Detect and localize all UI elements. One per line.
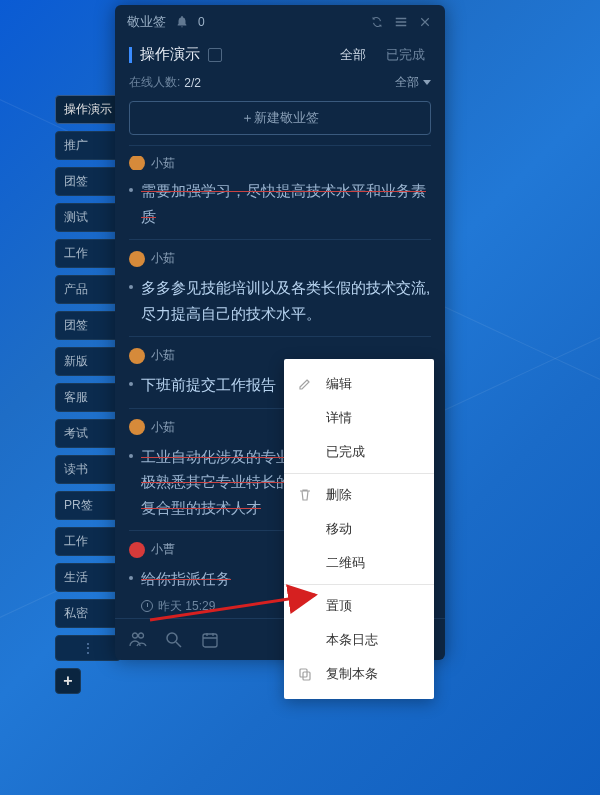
accent-bar — [129, 47, 132, 63]
category-tags: 操作演示 推广 团签 测试 工作 产品 团签 新版 客服 考试 读书 PR签 工… — [55, 95, 121, 694]
note-item[interactable]: 小茹 多多参见技能培训以及各类长假的技术交流, 尽力提高自己的技术水平。 — [129, 240, 431, 337]
menu-icon[interactable] — [393, 14, 409, 30]
context-menu: 编辑 详情 已完成 删除 移动 二维码 置顶 本条日志 复制本条 — [284, 359, 434, 699]
note-item[interactable]: 小茹 需要加强学习，尽快提高技术水平和业务素质 — [129, 145, 431, 240]
close-icon[interactable] — [417, 14, 433, 30]
svg-point-0 — [167, 633, 177, 643]
avatar — [129, 542, 145, 558]
edit-icon — [298, 377, 312, 391]
calendar-icon[interactable] — [201, 631, 219, 649]
new-note-button[interactable]: ＋新建敬业签 — [129, 101, 431, 135]
tag-item[interactable]: 工作 — [55, 527, 121, 556]
search-icon[interactable] — [165, 631, 183, 649]
tab-all[interactable]: 全部 — [334, 46, 372, 64]
avatar — [129, 156, 145, 170]
avatar — [129, 419, 145, 435]
tag-item[interactable]: 推广 — [55, 131, 121, 160]
menu-detail[interactable]: 详情 — [284, 401, 434, 435]
subheader: 在线人数: 2/2 全部 — [115, 70, 445, 99]
title-bar: 敬业签 0 — [115, 5, 445, 39]
author-name: 小茹 — [151, 347, 175, 364]
avatar — [129, 348, 145, 364]
author-name: 小曹 — [151, 541, 175, 558]
tag-item[interactable]: 私密 — [55, 599, 121, 628]
menu-separator — [284, 473, 434, 474]
clock-icon — [141, 600, 153, 612]
chevron-down-icon — [423, 80, 431, 85]
menu-edit[interactable]: 编辑 — [284, 367, 434, 401]
menu-copy[interactable]: 复制本条 — [284, 657, 434, 691]
tag-item[interactable]: 产品 — [55, 275, 121, 304]
sync-icon[interactable] — [369, 14, 385, 30]
note-icon[interactable] — [208, 48, 222, 62]
header: 操作演示 全部 已完成 — [115, 39, 445, 70]
tag-more[interactable]: ⋮ — [55, 635, 121, 661]
tag-item[interactable]: 考试 — [55, 419, 121, 448]
tag-item[interactable]: 团签 — [55, 167, 121, 196]
filter-dropdown[interactable]: 全部 — [395, 74, 431, 91]
menu-separator — [284, 584, 434, 585]
author-name: 小茹 — [151, 419, 175, 436]
tag-item[interactable]: 工作 — [55, 239, 121, 268]
menu-move[interactable]: 移动 — [284, 512, 434, 546]
online-count: 2/2 — [184, 76, 201, 90]
bell-icon[interactable] — [174, 14, 190, 30]
menu-log[interactable]: 本条日志 — [284, 623, 434, 657]
avatar — [129, 251, 145, 267]
author-name: 小茹 — [151, 250, 175, 267]
copy-icon — [298, 667, 312, 681]
app-title: 敬业签 — [127, 13, 166, 31]
note-text: 多多参见技能培训以及各类长假的技术交流, 尽力提高自己的技术水平。 — [129, 275, 431, 326]
author-name: 小茹 — [151, 156, 175, 170]
menu-done[interactable]: 已完成 — [284, 435, 434, 469]
menu-pin[interactable]: 置顶 — [284, 589, 434, 623]
menu-delete[interactable]: 删除 — [284, 478, 434, 512]
page-title: 操作演示 — [140, 45, 200, 64]
tab-done[interactable]: 已完成 — [380, 46, 431, 64]
bell-count: 0 — [198, 15, 205, 29]
tag-item[interactable]: 客服 — [55, 383, 121, 412]
tag-add[interactable]: + — [55, 668, 81, 694]
contacts-icon[interactable] — [129, 631, 147, 649]
online-label: 在线人数: — [129, 74, 180, 91]
trash-icon — [298, 488, 312, 502]
svg-rect-1 — [203, 634, 217, 647]
tag-item[interactable]: 操作演示 — [55, 95, 121, 124]
menu-qrcode[interactable]: 二维码 — [284, 546, 434, 580]
tag-item[interactable]: 生活 — [55, 563, 121, 592]
tag-item[interactable]: 读书 — [55, 455, 121, 484]
tag-item[interactable]: PR签 — [55, 491, 121, 520]
note-text: 需要加强学习，尽快提高技术水平和业务素质 — [129, 178, 431, 229]
tag-item[interactable]: 新版 — [55, 347, 121, 376]
tag-item[interactable]: 测试 — [55, 203, 121, 232]
tag-item[interactable]: 团签 — [55, 311, 121, 340]
